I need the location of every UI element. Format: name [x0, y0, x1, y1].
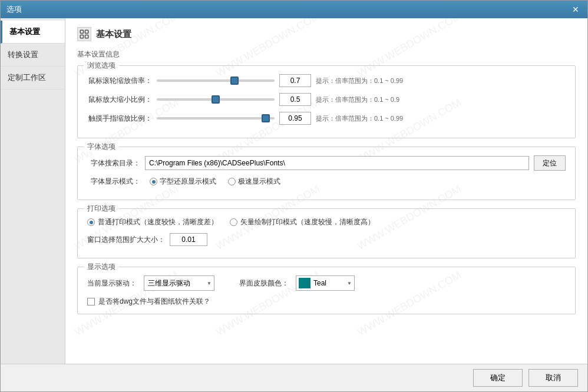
- font-display-mode-row: 字体显示模式： 字型还原显示模式 极速显示模式: [87, 177, 566, 187]
- skin-color-arrow: ▼: [347, 281, 352, 286]
- font-mode-restore-label: 字型还原显示模式: [160, 177, 216, 187]
- svg-rect-0: [80, 30, 83, 33]
- font-mode-fast-radio[interactable]: [228, 178, 236, 185]
- main-content: WWW.WEBDOWN.COM WWW.WEBDOWN.COM WWW.WEBD…: [65, 18, 587, 364]
- svg-rect-1: [85, 30, 88, 33]
- print-options-group: 打印选项 普通打印模式（速度较快，清晰度差） 矢量绘制打印模式（速度较慢，清晰度…: [77, 208, 576, 258]
- associate-checkbox[interactable]: [87, 298, 95, 305]
- info-text: 基本设置信息: [77, 49, 576, 59]
- print-mode-row: 普通打印模式（速度较快，清晰度差） 矢量绘制打印模式（速度较慢，清晰度高）: [87, 217, 566, 227]
- sidebar: 基本设置 转换设置 定制工作区: [1, 18, 65, 364]
- sidebar-item-workspace[interactable]: 定制工作区: [1, 67, 65, 89]
- font-display-mode-label: 字体显示模式：: [87, 177, 140, 187]
- print-mode-normal-label: 普通打印模式（速度较快，清晰度差）: [98, 217, 218, 227]
- skin-color-selector[interactable]: Teal ▼: [296, 275, 355, 291]
- confirm-button[interactable]: 确定: [473, 369, 523, 387]
- font-mode-restore[interactable]: 字型还原显示模式: [150, 177, 216, 187]
- title-bar: 选项 ✕: [1, 1, 587, 18]
- dialog-title: 选项: [6, 4, 22, 15]
- display-driver-row: 当前显示驱动： 三维显示驱动 二维显示驱动 界面皮肤颜色： Teal ▼: [87, 275, 566, 291]
- display-options-group: 显示选项 当前显示驱动： 三维显示驱动 二维显示驱动 界面皮肤颜色：: [77, 267, 576, 314]
- sidebar-item-convert[interactable]: 转换设置: [1, 44, 65, 67]
- scroll-zoom-value[interactable]: [279, 74, 311, 87]
- scroll-zoom-hint: 提示：倍率范围为：0.1 ~ 0.99: [316, 77, 403, 85]
- display-driver-select[interactable]: 三维显示驱动 二维显示驱动: [144, 275, 214, 291]
- display-driver-label: 当前显示驱动：: [87, 278, 137, 288]
- locate-button[interactable]: 定位: [534, 155, 566, 171]
- print-options-legend: 打印选项: [84, 204, 119, 214]
- scroll-zoom-row: 鼠标滚轮缩放倍率： 提示：倍率范围为：0.1 ~ 0.99: [87, 74, 566, 87]
- print-mode-normal-radio[interactable]: [87, 218, 95, 226]
- font-options-group: 字体选项 字体搜索目录： 定位 字体显示模式： 字型还原显示模式: [77, 147, 576, 200]
- touch-zoom-label: 触摸手指缩放比例：: [87, 114, 152, 124]
- dialog-body: 基本设置 转换设置 定制工作区 WWW.WEBDOWN.COM WWW.WEBD…: [1, 18, 587, 364]
- skin-color-label: 界面皮肤颜色：: [239, 278, 289, 288]
- window-size-row: 窗口选择范围扩大大小：: [87, 233, 566, 246]
- window-size-label: 窗口选择范围扩大大小：: [87, 235, 165, 245]
- dialog: 选项 ✕ 基本设置 转换设置 定制工作区 WWW.WEBDOWN.COM WWW…: [0, 0, 588, 392]
- window-size-input[interactable]: [170, 233, 207, 246]
- font-mode-restore-radio[interactable]: [150, 178, 157, 185]
- print-mode-normal[interactable]: 普通打印模式（速度较快，清晰度差）: [87, 217, 218, 227]
- bottom-bar: 确定 取消: [1, 364, 587, 391]
- print-mode-vector-radio[interactable]: [230, 218, 237, 226]
- scroll-zoom-slider[interactable]: [157, 79, 275, 82]
- mouse-zoom-slider[interactable]: [157, 98, 275, 101]
- mouse-zoom-label: 鼠标放大缩小比例：: [87, 95, 152, 105]
- print-mode-vector[interactable]: 矢量绘制打印模式（速度较慢，清晰度高）: [230, 217, 375, 227]
- mouse-zoom-value[interactable]: [279, 93, 311, 106]
- font-mode-fast[interactable]: 极速显示模式: [228, 177, 280, 187]
- touch-zoom-row: 触摸手指缩放比例： 提示：倍率范围为：0.1 ~ 0.99: [87, 112, 566, 125]
- print-mode-vector-label: 矢量绘制打印模式（速度较慢，清晰度高）: [240, 217, 375, 227]
- svg-rect-2: [80, 35, 83, 38]
- mouse-zoom-hint: 提示：倍率范围为：0.1 ~ 0.9: [316, 95, 399, 104]
- associate-checkbox-row: 是否将dwg文件与看图纸软件关联？: [87, 297, 566, 307]
- page-title: 基本设置: [96, 29, 131, 40]
- cancel-button[interactable]: 取消: [528, 369, 578, 387]
- skin-color-swatch: [299, 278, 310, 288]
- svg-rect-3: [85, 35, 88, 38]
- section-header: 基本设置: [77, 27, 576, 41]
- settings-icon: [77, 27, 91, 41]
- browse-options-legend: 浏览选项: [84, 61, 119, 71]
- touch-zoom-value[interactable]: [279, 112, 311, 125]
- content-area: 基本设置 基本设置信息 浏览选项 鼠标滚轮缩放倍率： 提示：倍率范围为：0.1 …: [65, 18, 587, 331]
- font-search-dir-label: 字体搜索目录：: [87, 158, 140, 168]
- font-mode-fast-label: 极速显示模式: [238, 177, 280, 187]
- mouse-zoom-row: 鼠标放大缩小比例： 提示：倍率范围为：0.1 ~ 0.9: [87, 93, 566, 106]
- close-button[interactable]: ✕: [570, 5, 582, 14]
- touch-zoom-hint: 提示：倍率范围为：0.1 ~ 0.99: [316, 114, 403, 123]
- touch-zoom-slider[interactable]: [157, 117, 275, 119]
- display-driver-select-wrapper: 三维显示驱动 二维显示驱动: [144, 275, 214, 291]
- font-search-dir-input[interactable]: [145, 156, 529, 170]
- associate-label: 是否将dwg文件与看图纸软件关联？: [98, 297, 210, 307]
- font-mode-radio-group: 字型还原显示模式 极速显示模式: [150, 177, 280, 187]
- browse-options-group: 浏览选项 鼠标滚轮缩放倍率： 提示：倍率范围为：0.1 ~ 0.99 鼠标放大缩…: [77, 65, 576, 138]
- display-options-legend: 显示选项: [84, 262, 119, 272]
- font-options-legend: 字体选项: [84, 142, 119, 152]
- scroll-zoom-label: 鼠标滚轮缩放倍率：: [87, 76, 152, 86]
- sidebar-item-basic[interactable]: 基本设置: [1, 21, 65, 44]
- font-search-dir-row: 字体搜索目录： 定位: [87, 155, 566, 171]
- skin-color-name: Teal: [313, 279, 344, 287]
